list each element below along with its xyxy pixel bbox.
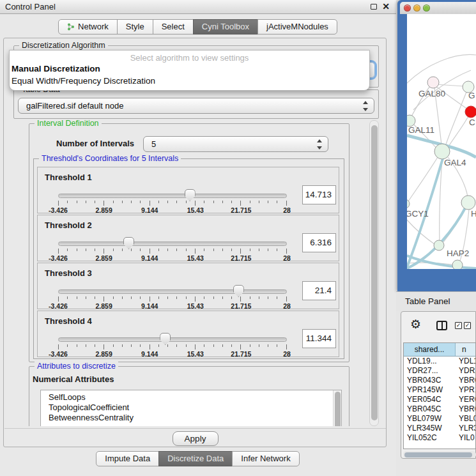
list-scrollbar[interactable] bbox=[333, 390, 341, 426]
tab-label: Discretize Data bbox=[167, 454, 224, 463]
table-row[interactable]: YDR27...YDR2 bbox=[404, 366, 475, 376]
tick-mark bbox=[277, 344, 277, 347]
tick-mark bbox=[67, 296, 68, 299]
threshold-value-field[interactable]: 11.344 bbox=[302, 329, 336, 348]
dropdown-option-equal-width-frequency[interactable]: Equal Width/Frequency Discretization bbox=[12, 76, 155, 86]
tick-mark bbox=[231, 296, 232, 299]
threshold-value-field[interactable]: 21.4 bbox=[302, 281, 336, 300]
network-view-window[interactable]: GAL80GCGAL11GAL4GCY1HHAP2 bbox=[397, 0, 476, 291]
threshold-3-slider[interactable]: -3.4262.8599.14415.4321.71528 bbox=[58, 286, 287, 309]
tab-jactivemnodules[interactable]: jActiveMNodules bbox=[257, 19, 337, 35]
tab-label: Network bbox=[78, 22, 109, 31]
close-icon[interactable]: ✕ bbox=[382, 1, 390, 12]
network-window-titlebar[interactable] bbox=[400, 2, 476, 14]
attribute-item[interactable]: BetweennessCentrality bbox=[41, 413, 341, 423]
column-header-name[interactable]: n bbox=[456, 343, 475, 356]
tab-select[interactable]: Select bbox=[153, 19, 194, 35]
gear-icon[interactable]: ⚙ bbox=[410, 318, 421, 330]
table-cell: YIL052C bbox=[404, 433, 456, 443]
numerical-attributes-list[interactable]: SelfLoopsTopologicalCoefficientBetweenne… bbox=[40, 390, 342, 426]
panel-title: Control Panel bbox=[5, 0, 56, 14]
tick-mark bbox=[222, 344, 223, 347]
column-header-shared-name[interactable]: shared... bbox=[404, 343, 456, 356]
network-canvas[interactable]: GAL80GCGAL11GAL4GCY1HHAP2 bbox=[407, 14, 476, 269]
tick-mark bbox=[167, 201, 168, 203]
tick-mark bbox=[250, 249, 250, 251]
network-node[interactable] bbox=[461, 196, 475, 210]
tick-mark bbox=[140, 296, 141, 299]
slider-thumb[interactable] bbox=[123, 237, 134, 249]
threshold-1-slider[interactable]: -3.4262.8599.14415.4321.71528 bbox=[58, 190, 287, 213]
table-row[interactable]: YPR145WYPR1 bbox=[404, 385, 475, 395]
table-cell: YLR345W bbox=[404, 424, 456, 433]
columns-icon[interactable] bbox=[436, 321, 447, 330]
float-window-icon[interactable] bbox=[371, 4, 377, 10]
apply-button[interactable]: Apply bbox=[173, 431, 219, 446]
threshold-value-field[interactable]: 14.713 bbox=[302, 185, 336, 204]
table-cell: YDL1 bbox=[456, 357, 475, 366]
attribute-item[interactable]: TopologicalCoefficient bbox=[41, 403, 341, 413]
threshold-4-slider[interactable]: -3.4262.8599.14415.4321.71528 bbox=[58, 334, 287, 357]
network-node[interactable] bbox=[465, 106, 476, 118]
tab-discretize-data[interactable]: Discretize Data bbox=[158, 451, 233, 466]
slider-track[interactable] bbox=[58, 337, 287, 342]
network-node[interactable] bbox=[434, 240, 444, 250]
tick-label: -3.426 bbox=[49, 350, 68, 358]
slider-track[interactable] bbox=[58, 242, 287, 246]
threshold-2-slider[interactable]: -3.4262.8599.14415.4321.71528 bbox=[58, 238, 287, 261]
tick-mark bbox=[186, 296, 187, 299]
table-panel: ⚙ ✓ ✓ shared... n YDL19...YDL1YDR27...YD… bbox=[401, 311, 476, 459]
zoom-traffic-light[interactable] bbox=[423, 4, 430, 12]
table-row[interactable]: YBR045CYBR0 bbox=[404, 404, 475, 414]
numerical-attributes-label: Numerical Attributes bbox=[33, 374, 114, 384]
slider-thumb[interactable] bbox=[185, 189, 196, 201]
table-cell: YER054C bbox=[404, 395, 456, 404]
threshold-4-panel: Threshold 4 -3.4262.8599.14415.4321.7152… bbox=[37, 311, 339, 357]
table-row[interactable]: YDL19...YDL1 bbox=[404, 357, 475, 366]
tick-mark bbox=[213, 296, 214, 299]
tab-cyni-toolbox[interactable]: Cyni Toolbox bbox=[193, 19, 258, 35]
table-cell: YER0 bbox=[456, 395, 475, 404]
tick-mark bbox=[104, 344, 104, 349]
tab-style[interactable]: Style bbox=[117, 19, 153, 35]
network-node-label: GAL80 bbox=[418, 89, 445, 98]
scrollbar-thumb[interactable] bbox=[371, 125, 378, 420]
tab-impute-data[interactable]: Impute Data bbox=[96, 451, 159, 466]
scrollbar-thumb[interactable] bbox=[335, 392, 341, 426]
attribute-item[interactable]: SelfLoops bbox=[41, 392, 341, 403]
tick-mark bbox=[86, 296, 86, 299]
dropdown-option-manual-discretization[interactable]: Manual Discretization bbox=[12, 64, 100, 73]
threshold-value-field[interactable]: 6.316 bbox=[302, 233, 336, 252]
network-node[interactable] bbox=[452, 260, 463, 269]
table-row[interactable]: YER054CYER0 bbox=[404, 395, 475, 404]
panel-scrollbar[interactable] bbox=[369, 120, 379, 426]
close-traffic-light[interactable] bbox=[404, 4, 411, 12]
table-horizontal-scrollbar[interactable] bbox=[403, 451, 476, 458]
tick-mark bbox=[113, 201, 114, 203]
slider-track[interactable] bbox=[58, 194, 287, 198]
slider-thumb[interactable] bbox=[160, 333, 171, 345]
table-row[interactable]: YLR345WYLR3 bbox=[404, 424, 475, 433]
tick-mark bbox=[95, 201, 95, 203]
table-row[interactable]: YBL079WYBL0 bbox=[404, 414, 475, 424]
number-of-intervals-combobox[interactable]: 5 bbox=[143, 136, 328, 152]
dropdown-hint: Select algorithm to view settings bbox=[10, 53, 369, 63]
table-row[interactable]: YIL052CYIL0 bbox=[404, 433, 475, 443]
network-node[interactable] bbox=[434, 144, 450, 159]
slider-tick-labels: -3.4262.8599.14415.4321.71528 bbox=[58, 302, 287, 310]
slider-thumb[interactable] bbox=[233, 285, 244, 297]
network-node[interactable] bbox=[427, 77, 439, 88]
slider-track[interactable] bbox=[58, 289, 287, 294]
tick-mark bbox=[240, 249, 241, 254]
table-header-row: shared... n bbox=[404, 343, 475, 357]
minimize-traffic-light[interactable] bbox=[413, 4, 420, 12]
network-node[interactable] bbox=[407, 199, 410, 208]
table-row[interactable]: YBR043CYBR0 bbox=[404, 376, 475, 385]
checkbox-icon[interactable]: ✓ bbox=[464, 322, 471, 329]
checkbox-icon[interactable]: ✓ bbox=[455, 322, 462, 329]
tab-infer-network[interactable]: Infer Network bbox=[232, 451, 299, 466]
table-data-combobox[interactable]: galFiltered.sif default node bbox=[18, 98, 374, 114]
tab-network[interactable]: Network bbox=[58, 19, 118, 35]
scrollbar-thumb[interactable] bbox=[404, 452, 472, 457]
tab-label: Infer Network bbox=[241, 454, 290, 463]
